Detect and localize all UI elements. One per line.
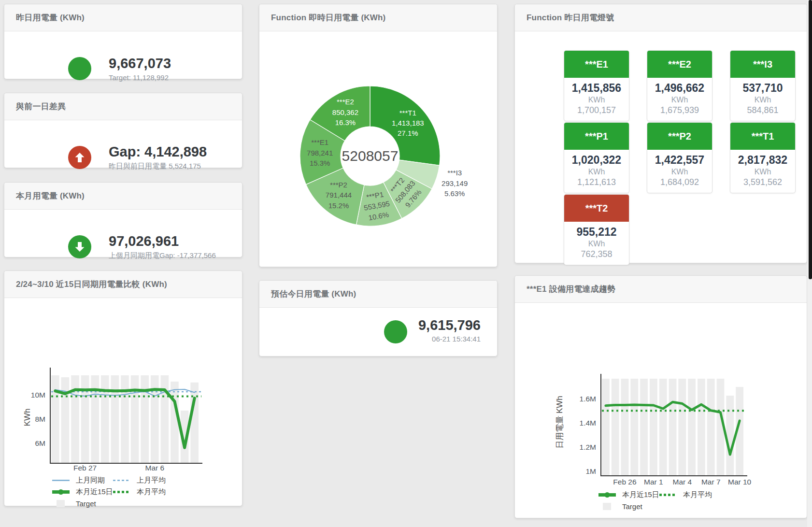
device-tile-***I3[interactable]: ***I3537,710KWh584,861 [730, 50, 796, 121]
estimate-value: 9,615,796 [418, 317, 481, 333]
e1-trend-ylabel: 日用電量 KWh [554, 396, 565, 449]
card-estimate-today: 預估今日用電量 (KWh) 9,615,796 06-21 15:34:41 [259, 280, 498, 356]
target-bar [111, 375, 119, 463]
legend-label: Target [622, 502, 642, 511]
legend-label: 本月平均 [137, 487, 166, 497]
x-tick-label: Mar 6 [145, 464, 164, 472]
yesterday-usage-value: 9,667,073 [109, 56, 171, 71]
card-compare-chart: 2/24~3/10 近15日同期用電量比較 (KWh) 6M8M10MFeb 2… [4, 271, 242, 506]
arrow-down-icon [73, 241, 86, 253]
device-tile-***P2[interactable]: ***P21,422,557KWh1,684,092 [647, 122, 712, 193]
tile-usage-value: 1,496,662 [648, 82, 711, 95]
legend-item-上月平均[interactable]: 上月平均 [113, 475, 166, 485]
legend-label: 本月近15日 [76, 487, 113, 497]
page-scrollbar-thumb[interactable] [809, 0, 812, 279]
dashboard: 昨日用電量 (KWh) 9,667,073 Target: 11,128,992… [0, 0, 812, 527]
tile-target-value: 1,700,157 [565, 105, 628, 115]
card-estimate-header: 預估今日用電量 (KWh) [259, 281, 497, 308]
device-tile-***E2[interactable]: ***E21,496,662KWh1,675,939 [647, 50, 712, 121]
tile-status-header: ***T1 [730, 123, 795, 150]
target-bar [678, 379, 686, 475]
target-bar [707, 379, 715, 475]
month-usage-gap: 上個月同期用電Gap: -17,377,566 [109, 251, 216, 260]
card-day-gap: 與前一日差異 Gap: 4,142,898 昨日與前日用電量 5,524,175 [4, 93, 242, 168]
tile-target-value: 1,684,092 [648, 177, 711, 187]
target-bar [659, 379, 667, 475]
tile-status-header: ***P1 [564, 123, 629, 150]
page-scrollbar[interactable] [807, 0, 812, 527]
month-usage-value: 97,026,961 [109, 233, 216, 249]
thick-line-swatch-icon [598, 491, 616, 499]
target-bar [190, 383, 199, 463]
x-tick-label: Feb 26 [613, 478, 636, 486]
tile-usage-value: 1,422,557 [648, 154, 711, 167]
device-tile-***E1[interactable]: ***E11,415,856KWh1,700,157 [564, 50, 629, 121]
card-month-usage-header: 本月用電量 (KWh) [4, 183, 242, 210]
tile-target-value: 584,861 [731, 105, 794, 115]
legend-item-Target[interactable]: Target [52, 498, 113, 509]
target-bar [131, 375, 139, 463]
target-bar [81, 375, 89, 463]
square-swatch-icon [52, 500, 70, 507]
tile-unit: KWh [648, 168, 711, 176]
tile-unit: KWh [731, 96, 794, 104]
compare-chart-ylabel: KWh [23, 409, 32, 427]
legend-item-本月近15日[interactable]: 本月近15日 [52, 486, 113, 497]
target-bar [640, 379, 648, 475]
x-tick-label: Mar 7 [701, 478, 721, 486]
target-bar [650, 379, 657, 475]
tile-usage-value: 537,710 [731, 82, 794, 95]
legend-item-本月平均[interactable]: 本月平均 [113, 486, 166, 497]
card-device-lights-header: Function 昨日用電燈號 [515, 4, 807, 31]
tile-usage-value: 955,212 [565, 226, 628, 239]
legend-label: 本月近15日 [622, 490, 659, 499]
card-donut-header: Function 即時日用電量 (KWh) [259, 4, 497, 31]
tile-status-header: ***P2 [647, 123, 712, 150]
y-tick-label: 1M [585, 467, 596, 475]
device-tile-***T1[interactable]: ***T12,817,832KWh3,591,562 [730, 122, 796, 193]
tile-unit: KWh [565, 168, 628, 176]
tile-status-header: ***E2 [647, 51, 712, 78]
arrow-up-icon [73, 151, 86, 164]
card-month-usage-title: 本月用電量 (KWh) [16, 190, 85, 201]
tile-unit: KWh [565, 96, 628, 104]
thick-line-swatch-icon [52, 488, 70, 496]
target-bar [121, 375, 129, 463]
arrow-up-circle-icon [68, 146, 91, 169]
legend-item-Target[interactable]: Target [598, 501, 659, 512]
day-gap-value: Gap: 4,142,898 [109, 144, 207, 160]
target-bar [630, 379, 638, 475]
dotted-line-swatch-icon [659, 491, 677, 499]
target-bar [669, 379, 677, 475]
legend-item-本月平均[interactable]: 本月平均 [659, 489, 712, 500]
card-e1-trend-header: ***E1 設備用電達成趨勢 [515, 276, 807, 303]
card-compare-chart-title: 2/24~3/10 近15日同期用電量比較 (KWh) [16, 279, 167, 290]
target-bar [621, 379, 629, 475]
card-e1-trend-chart: ***E1 設備用電達成趨勢 1M1.2M1.4M1.6MFeb 26Mar 1… [514, 275, 807, 518]
legend-item-上月同期[interactable]: 上月同期 [52, 475, 113, 485]
card-month-usage: 本月用電量 (KWh) 97,026,961 上個月同期用電Gap: -17,3… [4, 182, 242, 257]
device-tile-***T2[interactable]: ***T2955,212KWh762,358 [564, 194, 629, 265]
tile-status-header: ***T2 [564, 195, 629, 222]
y-tick-label: 10M [31, 391, 45, 399]
target-bar [141, 375, 149, 463]
y-tick-label: 6M [35, 439, 45, 447]
legend-item-本月近15日[interactable]: 本月近15日 [598, 489, 659, 500]
square-swatch-icon [598, 503, 616, 510]
x-tick-label: Mar 4 [672, 478, 692, 486]
status-green-circle-icon [384, 320, 407, 343]
card-yesterday-usage-title: 昨日用電量 (KWh) [16, 12, 85, 23]
dotted-line-swatch-icon [113, 488, 130, 496]
arrow-down-circle-icon [68, 235, 91, 258]
card-yesterday-usage: 昨日用電量 (KWh) 9,667,073 Target: 11,128,992 [4, 4, 242, 79]
card-yesterday-usage-header: 昨日用電量 (KWh) [4, 4, 242, 31]
e1-trend-legend: 本月近15日本月平均Target [598, 489, 712, 512]
target-bar [101, 375, 109, 463]
day-gap-subtitle: 昨日與前日用電量 5,524,175 [109, 162, 207, 171]
device-tile-***P1[interactable]: ***P11,020,322KWh1,121,613 [564, 122, 629, 193]
tile-status-header: ***E1 [564, 51, 629, 78]
y-tick-label: 8M [35, 415, 45, 423]
tile-target-value: 1,675,939 [648, 105, 711, 115]
target-bar [51, 375, 59, 463]
target-bar [698, 379, 705, 475]
